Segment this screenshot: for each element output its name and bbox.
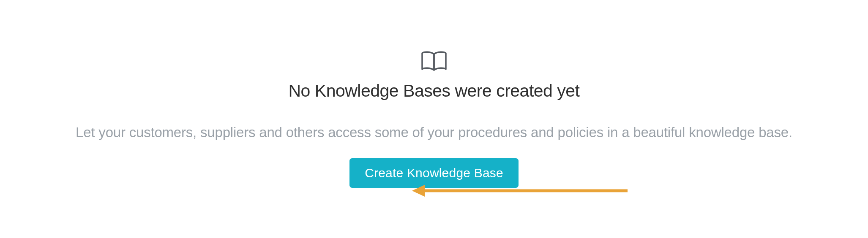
empty-state-container: No Knowledge Bases were created yet Let …: [0, 51, 868, 188]
book-icon: [420, 51, 448, 74]
empty-state-title: No Knowledge Bases were created yet: [288, 81, 579, 101]
empty-state-description: Let your customers, suppliers and others…: [76, 124, 792, 141]
create-knowledge-base-button[interactable]: Create Knowledge Base: [349, 158, 519, 188]
